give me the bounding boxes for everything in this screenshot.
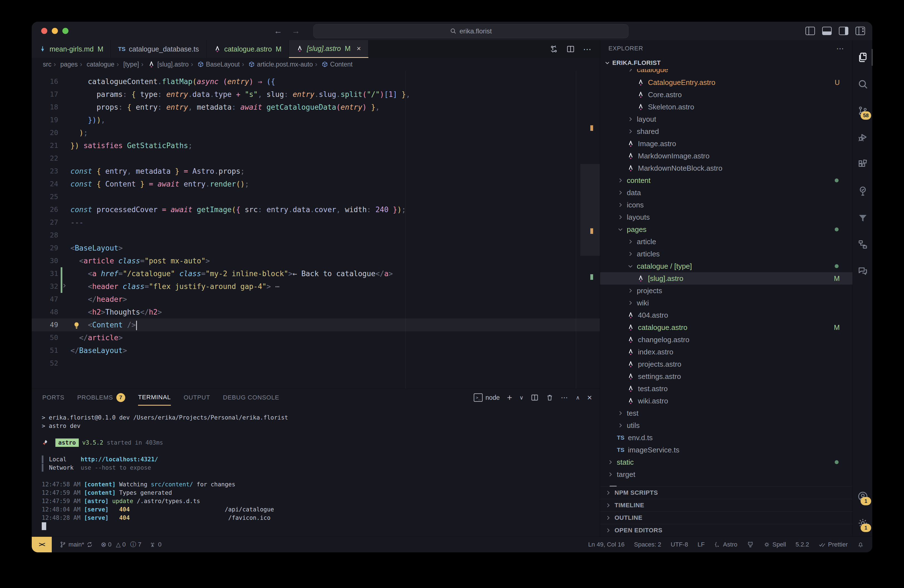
code-line-48[interactable]: 48 <h2>Thoughts</h2>	[32, 306, 600, 318]
code-line-26[interactable]: 26const processedCover = await getImage(…	[32, 203, 600, 216]
editor-scrollbar[interactable]	[580, 164, 600, 256]
tree-file-404.astro[interactable]: 404.astro	[600, 309, 852, 321]
settings-icon[interactable]: 1	[853, 510, 872, 536]
breadcrumb-item[interactable]: pages	[54, 60, 78, 68]
maximize-panel-icon[interactable]: ∧	[576, 394, 580, 401]
panel-tab-problems[interactable]: PROBLEMS7	[77, 389, 125, 406]
code-line-21[interactable]: 21}) satisfies GetStaticPaths;	[32, 139, 600, 152]
breadcrumb-item[interactable]: BaseLayout	[191, 60, 240, 68]
more-actions-icon[interactable]: ⋯	[583, 44, 592, 54]
ports-item[interactable]: 0	[149, 541, 161, 548]
tree-file-Skeleton.astro[interactable]: Skeleton.astro	[600, 101, 852, 113]
tree-folder-layouts[interactable]: layouts	[600, 211, 852, 223]
hierarchy-icon[interactable]	[853, 231, 872, 258]
tree-file-MarkdownImage.astro[interactable]: MarkdownImage.astro	[600, 150, 852, 162]
github-item[interactable]	[747, 541, 754, 548]
command-center-search[interactable]: erika.florist	[313, 24, 629, 38]
account-icon[interactable]: 1	[853, 483, 872, 510]
cursor-position-item[interactable]: Ln 49, Col 16	[588, 541, 624, 548]
sidebar-section-outline[interactable]: OUTLINE	[600, 511, 852, 524]
code-line-51[interactable]: 51</BaseLayout>	[32, 344, 600, 357]
tree-folder-article[interactable]: article	[600, 236, 852, 248]
tree-folder-wiki[interactable]: wiki	[600, 297, 852, 309]
breadcrumb-item[interactable]: [slug].astro	[141, 60, 189, 68]
spell-checker-item[interactable]: Spell	[763, 541, 786, 548]
panel-tab-output[interactable]: OUTPUT	[184, 390, 210, 405]
code-line-16[interactable]: 16 catalogueContent.flatMap(async (entry…	[32, 75, 600, 88]
tree-folder-target[interactable]: target	[600, 468, 852, 481]
terminal-shell-chip[interactable]: >_ node	[474, 394, 499, 402]
panel-tab-ports[interactable]: PORTS	[42, 390, 64, 405]
code-line-50[interactable]: 50 </article>	[32, 331, 600, 344]
code-line-49[interactable]: 49 <Content />	[32, 318, 600, 331]
close-panel-icon[interactable]: ×	[587, 393, 592, 402]
tree-file-catalogue[interactable]: catalogue	[600, 69, 852, 76]
code-line-24[interactable]: 24const { Content } = await entry.render…	[32, 178, 600, 190]
editor-tab-catalogue.astro[interactable]: catalogue.astroM	[207, 40, 289, 58]
breadcrumb-item[interactable]: [type]	[117, 60, 139, 68]
split-editor-icon[interactable]	[566, 45, 575, 53]
problems-item[interactable]: ⊗0 △0 ⓘ7	[101, 541, 141, 549]
split-terminal-icon[interactable]	[531, 394, 539, 401]
tree-folder-projects[interactable]: projects	[600, 285, 852, 297]
tree-folder-test[interactable]: test	[600, 407, 852, 419]
code-editor[interactable]: 16 catalogueContent.flatMap(async (entry…	[32, 71, 600, 389]
code-line-17[interactable]: 17 params: { type: entry.data.type + "s"…	[32, 88, 600, 101]
customize-layout-icon[interactable]	[855, 27, 865, 35]
code-line-20[interactable]: 20 );	[32, 126, 600, 139]
formatter-item[interactable]: Prettier	[819, 541, 848, 548]
tree-folder-articles[interactable]: articles	[600, 248, 852, 260]
todo-tree-icon[interactable]	[853, 178, 872, 204]
tree-file-CatalogueEntry.astro[interactable]: CatalogueEntry.astroU	[600, 76, 852, 89]
remote-indicator[interactable]: ><	[32, 537, 52, 552]
terminal[interactable]: > erika.florist@0.1.0 dev /Users/erika/P…	[32, 406, 600, 536]
minimize-window-button[interactable]	[52, 28, 58, 34]
tree-file-Core.astro[interactable]: Core.astro	[600, 89, 852, 101]
indentation-item[interactable]: Spaces: 2	[634, 541, 661, 548]
fold-gutter[interactable]	[58, 280, 70, 293]
terminal-dropdown-icon[interactable]: ∨	[519, 394, 523, 401]
open-changes-icon[interactable]	[550, 45, 558, 53]
close-window-button[interactable]	[41, 28, 47, 34]
notifications-item[interactable]	[857, 541, 864, 548]
toggle-secondary-sidebar-icon[interactable]	[839, 27, 848, 35]
language-mode-item[interactable]: Astro	[714, 541, 737, 548]
tree-file-settings.astro[interactable]: settings.astro	[600, 370, 852, 383]
code-line-29[interactable]: 29<BaseLayout>	[32, 242, 600, 254]
code-line-22[interactable]: 22	[32, 152, 600, 165]
explorer-icon[interactable]	[853, 44, 872, 71]
forward-arrow-icon[interactable]: →	[292, 26, 300, 36]
tree-folder-layout[interactable]: layout	[600, 113, 852, 125]
code-line-23[interactable]: 23const { entry, metadata } = Astro.prop…	[32, 165, 600, 178]
tree-file-test.astro[interactable]: test.astro	[600, 383, 852, 395]
breadcrumb-item[interactable]: catalogue	[80, 60, 114, 68]
tree-file-Image.astro[interactable]: Image.astro	[600, 138, 852, 150]
tree-file-wiki.astro[interactable]: wiki.astro	[600, 395, 852, 407]
panel-tab-terminal[interactable]: TERMINAL	[138, 390, 171, 406]
search-icon[interactable]	[853, 71, 872, 98]
code-line-28[interactable]: 28	[32, 229, 600, 242]
editor-tab-[slug].astro[interactable]: [slug].astroM×	[289, 40, 368, 58]
tree-folder-content[interactable]: content	[600, 174, 852, 187]
tree-folder-shared[interactable]: shared	[600, 125, 852, 138]
tree-file-imageService.ts[interactable]: TSimageService.ts	[600, 444, 852, 456]
tree-file-catalogue.astro[interactable]: catalogue.astroM	[600, 321, 852, 334]
new-terminal-icon[interactable]: +	[507, 392, 512, 403]
zoom-window-button[interactable]	[62, 28, 68, 34]
sidebar-section-npm-scripts[interactable]: NPM SCRIPTS	[600, 486, 852, 499]
editor-tab-mean-girls.md[interactable]: mean-girls.mdM	[32, 40, 111, 58]
tree-folder-static[interactable]: static	[600, 456, 852, 468]
sidebar-section-timeline[interactable]: TIMELINE	[600, 499, 852, 511]
breadcrumb-item[interactable]: src	[43, 61, 52, 68]
tree-file-projects.astro[interactable]: projects.astro	[600, 358, 852, 370]
code-line-52[interactable]: 52	[32, 357, 600, 370]
workspace-root[interactable]: ERIKA.FLORIST	[600, 57, 852, 69]
extension-version-item[interactable]: 5.2.2	[795, 541, 809, 548]
code-line-19[interactable]: 19 })),	[32, 114, 600, 126]
kill-terminal-icon[interactable]	[546, 394, 553, 401]
editor-tab-catalogue_database.ts[interactable]: TScatalogue_database.ts	[111, 40, 206, 58]
tree-file-env.d.ts[interactable]: TSenv.d.ts	[600, 432, 852, 444]
code-line-25[interactable]: 25	[32, 190, 600, 203]
encoding-item[interactable]: UTF-8	[671, 541, 688, 548]
tree-folder-pages[interactable]: pages	[600, 223, 852, 236]
